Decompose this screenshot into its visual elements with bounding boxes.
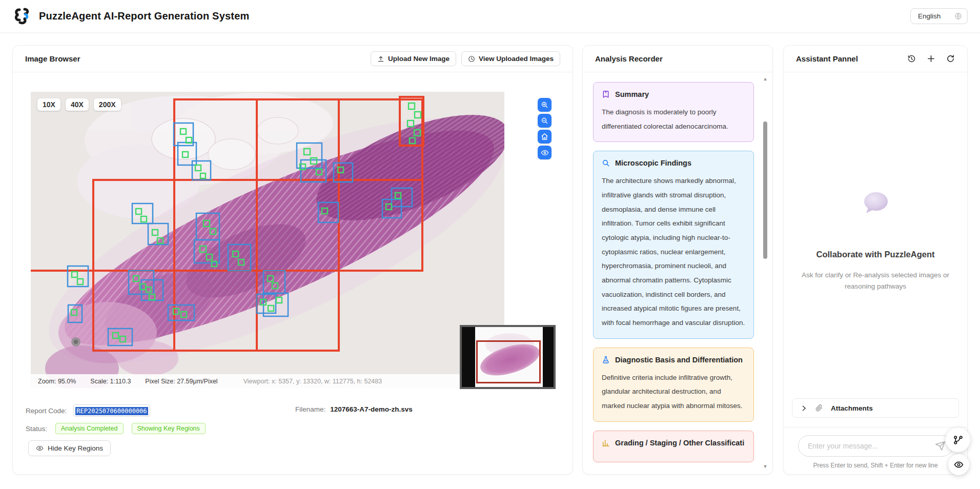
zoom-out-icon	[541, 117, 548, 125]
top-bar: PuzzleAgent AI-Report Generation System …	[0, 0, 980, 33]
history-clock-icon	[907, 54, 916, 63]
upload-icon	[377, 55, 384, 63]
paperclip-icon	[815, 404, 823, 412]
assistant-panel-header: Assistant Pannel	[784, 46, 967, 72]
scroll-down-arrow[interactable]: ▼	[762, 464, 768, 469]
scale-readout: Scale: 1:110.3	[90, 378, 131, 385]
magnification-group: 10X 40X 200X	[37, 98, 121, 111]
grading-staging-card: Grading / Staging / Other Classificati	[593, 431, 754, 462]
diagnostic-basis-card: Diagnostic Basis and Differentiation Def…	[593, 348, 754, 422]
analysis-recorder-panel: Analysis Recorder Summary The diagnosis …	[582, 45, 773, 475]
analysis-recorder-content[interactable]: Summary The diagnosis is moderately to p…	[583, 73, 772, 474]
eye-icon	[541, 149, 549, 157]
bar-chart-icon	[602, 439, 610, 447]
upload-new-image-button[interactable]: Upload New Image	[371, 51, 456, 66]
language-selector[interactable]: English	[910, 8, 968, 24]
report-code-label: Report Code:	[26, 407, 67, 415]
image-browser-panel: Image Browser Upload New Image View Uplo…	[12, 45, 573, 475]
analysis-recorder-title: Analysis Recorder	[595, 54, 663, 63]
microscopic-findings-title: Microscopic Findings	[615, 159, 691, 167]
viewer-toolbar	[538, 98, 552, 159]
eye-icon	[954, 460, 964, 470]
viewport-readout: Viewport: x: 5357, y: 13320, w: 112775, …	[243, 378, 382, 385]
message-input-wrapper	[798, 435, 953, 457]
status-badge-regions: Showing Key Regions	[132, 423, 206, 434]
grading-staging-title: Grading / Staging / Other Classificati	[615, 439, 744, 447]
refresh-button[interactable]	[946, 54, 955, 63]
summary-card-body: The diagnosis is moderately to poorly di…	[602, 105, 745, 133]
assistant-panel-title: Assistant Pannel	[796, 54, 858, 63]
send-button[interactable]	[935, 440, 946, 452]
chat-history-button[interactable]	[907, 54, 916, 63]
hide-key-regions-button[interactable]: Hide Key Regions	[28, 440, 111, 456]
magnifier-icon	[602, 159, 610, 167]
summary-card-title: Summary	[615, 90, 649, 98]
zoom-readout: Zoom: 95.0%	[38, 378, 76, 385]
slide-viewer[interactable]: 10X 40X 200X Zoom: 95.0% Scale: 1:110.3 …	[31, 92, 504, 388]
assistant-empty-state: Collaborate with PuzzleAgent Ask for cla…	[784, 189, 967, 292]
zoom-in-button[interactable]	[538, 98, 552, 112]
assistant-empty-title: Collaborate with PuzzleAgent	[784, 250, 967, 259]
new-chat-button[interactable]	[927, 54, 935, 63]
minimap-viewport-rect[interactable]	[476, 340, 541, 383]
toggle-view-button[interactable]	[538, 146, 552, 159]
microscopic-findings-card: Microscopic Findings The architecture sh…	[593, 151, 754, 338]
minimap[interactable]	[460, 325, 556, 389]
assistant-divider	[784, 427, 967, 427]
plus-icon	[927, 54, 935, 63]
status-row: Status: Analysis Completed Showing Key R…	[26, 423, 206, 434]
refresh-icon	[946, 54, 955, 63]
filename-row: Filename: 1207663-A7-demo-zh.svs	[295, 405, 413, 413]
report-code-box[interactable]: REP2025070600000006	[73, 404, 150, 417]
home-icon	[541, 133, 548, 140]
app-title: PuzzleAgent AI-Report Generation System	[39, 10, 249, 22]
home-view-button[interactable]	[538, 130, 552, 144]
language-label: English	[918, 12, 941, 20]
message-input[interactable]	[808, 442, 930, 450]
send-icon	[935, 440, 946, 452]
recorder-scrollbar[interactable]: ▲ ▼	[762, 76, 768, 469]
globe-icon	[954, 12, 962, 20]
annotation-overlay	[31, 92, 504, 388]
mag-40x-button[interactable]: 40X	[66, 98, 89, 111]
microscopic-findings-body: The architecture shows markedly abnormal…	[602, 174, 745, 330]
viewer-status-bar: Zoom: 95.0% Scale: 1:110.3 Pixel Size: 2…	[31, 374, 504, 388]
mag-200x-button[interactable]: 200X	[94, 98, 121, 111]
zoom-in-icon	[541, 101, 548, 109]
report-code-row: Report Code: REP2025070600000006	[26, 404, 150, 417]
puzzle-logo-icon	[12, 7, 32, 26]
zoom-out-button[interactable]	[538, 114, 552, 128]
status-label: Status:	[26, 425, 47, 433]
status-badge-analysis: Analysis Completed	[55, 423, 123, 434]
summary-card: Summary The diagnosis is moderately to p…	[593, 82, 754, 142]
flask-icon	[602, 356, 610, 364]
pixel-size-readout: Pixel Size: 27.59μm/Pixel	[145, 378, 217, 385]
view-uploaded-images-button[interactable]: View Uploaded Images	[461, 51, 560, 66]
attachments-expander[interactable]: Attachments	[792, 398, 959, 418]
visibility-toggle-button[interactable]	[948, 454, 969, 475]
report-code-value[interactable]: REP2025070600000006	[75, 407, 148, 415]
scrollbar-thumb[interactable]	[763, 121, 767, 259]
analysis-recorder-header: Analysis Recorder	[583, 46, 772, 72]
filename-value: 1207663-A7-demo-zh.svs	[330, 405, 413, 413]
bookmark-icon	[602, 90, 610, 98]
history-icon	[468, 55, 475, 63]
assistant-panel: Assistant Pannel	[783, 45, 968, 475]
input-hint: Press Enter to send, Shift + Enter for n…	[784, 462, 967, 469]
chat-bubble-icon	[861, 189, 890, 218]
image-browser-title: Image Browser	[25, 54, 80, 63]
attachments-label: Attachments	[831, 404, 873, 412]
reasoning-pathways-button[interactable]	[946, 427, 970, 452]
git-branch-icon	[953, 435, 964, 445]
diagnostic-basis-title: Diagnostic Basis and Differentiation	[615, 356, 743, 364]
eye-icon	[36, 444, 44, 452]
filename-label: Filename:	[295, 405, 325, 413]
assistant-empty-subtitle: Ask for clarify or Re-analysis selected …	[799, 270, 952, 292]
diagnostic-basis-body: Definitive criteria include infiltrative…	[602, 371, 745, 413]
scroll-up-arrow[interactable]: ▲	[762, 76, 768, 82]
chevron-right-icon	[801, 405, 807, 412]
image-browser-header: Image Browser Upload New Image View Uplo…	[13, 46, 573, 72]
mag-10x-button[interactable]: 10X	[37, 98, 60, 111]
